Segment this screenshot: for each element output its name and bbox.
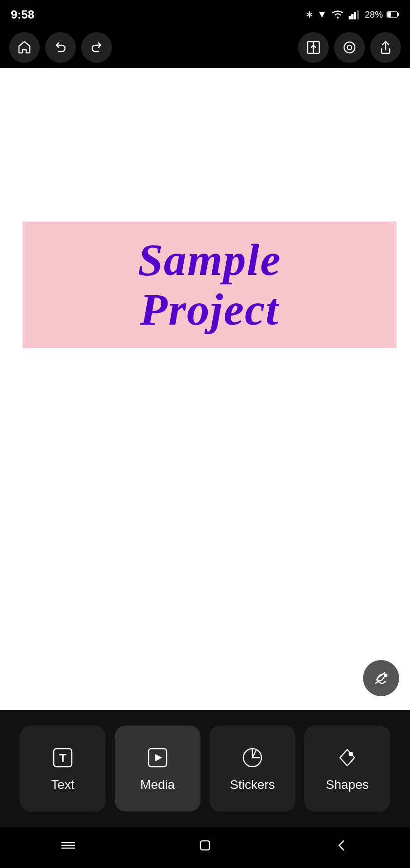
- status-bar: 9:58 ∗ ▼ 28%: [0, 0, 410, 27]
- mute-icon: ▼: [317, 9, 327, 20]
- preview-icon: [342, 40, 357, 55]
- text-tool-icon: T: [50, 745, 75, 770]
- media-tool-icon: [145, 745, 170, 770]
- stickers-tool-icon: [240, 745, 265, 770]
- home-icon: [17, 40, 32, 55]
- svg-point-18: [349, 752, 353, 756]
- home-nav-icon: [197, 837, 213, 854]
- share-icon: [378, 40, 393, 55]
- media-tool-label: Media: [140, 778, 175, 792]
- battery-icon: [387, 10, 399, 19]
- bottom-toolbar: T Text Media Stickers Shapes: [0, 710, 410, 827]
- bluetooth-icon: ∗: [305, 9, 313, 20]
- signal-icon: [349, 9, 361, 19]
- home-nav-button[interactable]: [183, 833, 227, 858]
- redo-button[interactable]: [81, 32, 112, 63]
- text-tool-button[interactable]: T Text: [20, 726, 106, 811]
- recent-apps-icon: [60, 837, 76, 854]
- svg-rect-22: [200, 841, 210, 850]
- preview-button[interactable]: [334, 32, 365, 63]
- split-icon: [306, 40, 321, 55]
- battery-percent: 28%: [365, 9, 383, 20]
- svg-rect-1: [349, 16, 351, 19]
- status-icons: ∗ ▼ 28%: [305, 9, 399, 20]
- banner-text: SampleProject: [138, 235, 281, 335]
- paint-icon: [372, 669, 390, 687]
- nav-bar: [0, 827, 410, 868]
- svg-text:T: T: [59, 751, 66, 765]
- svg-marker-16: [155, 754, 162, 761]
- svg-rect-6: [397, 13, 399, 16]
- svg-rect-4: [357, 10, 359, 19]
- canvas-area[interactable]: SampleProject: [0, 68, 410, 710]
- back-nav-icon: [334, 837, 350, 854]
- toolbar: [0, 27, 410, 68]
- media-tool-button[interactable]: Media: [115, 726, 200, 811]
- svg-point-0: [337, 17, 339, 19]
- shapes-tool-button[interactable]: Shapes: [304, 726, 390, 811]
- shapes-tool-label: Shapes: [326, 778, 369, 792]
- paint-fab-button[interactable]: [363, 660, 399, 696]
- share-button[interactable]: [370, 32, 401, 63]
- svg-point-11: [347, 45, 352, 50]
- redo-icon: [89, 40, 104, 55]
- undo-icon: [53, 40, 68, 55]
- stickers-tool-label: Stickers: [230, 778, 275, 792]
- recent-apps-button[interactable]: [47, 833, 90, 858]
- back-nav-button[interactable]: [320, 833, 363, 858]
- shapes-tool-icon: [335, 745, 360, 770]
- svg-rect-3: [354, 12, 356, 19]
- split-button[interactable]: [298, 32, 329, 63]
- home-button[interactable]: [9, 32, 40, 63]
- svg-rect-2: [351, 14, 354, 19]
- stickers-tool-button[interactable]: Stickers: [210, 726, 295, 811]
- svg-rect-7: [387, 12, 391, 17]
- status-time: 9:58: [11, 8, 34, 22]
- toolbar-right: [298, 32, 401, 63]
- svg-point-12: [384, 674, 387, 677]
- wifi-icon: [331, 9, 345, 20]
- text-tool-label: Text: [51, 778, 74, 792]
- text-banner[interactable]: SampleProject: [23, 222, 396, 348]
- svg-point-10: [344, 42, 355, 53]
- undo-button[interactable]: [45, 32, 76, 63]
- canvas-content: SampleProject: [0, 68, 410, 710]
